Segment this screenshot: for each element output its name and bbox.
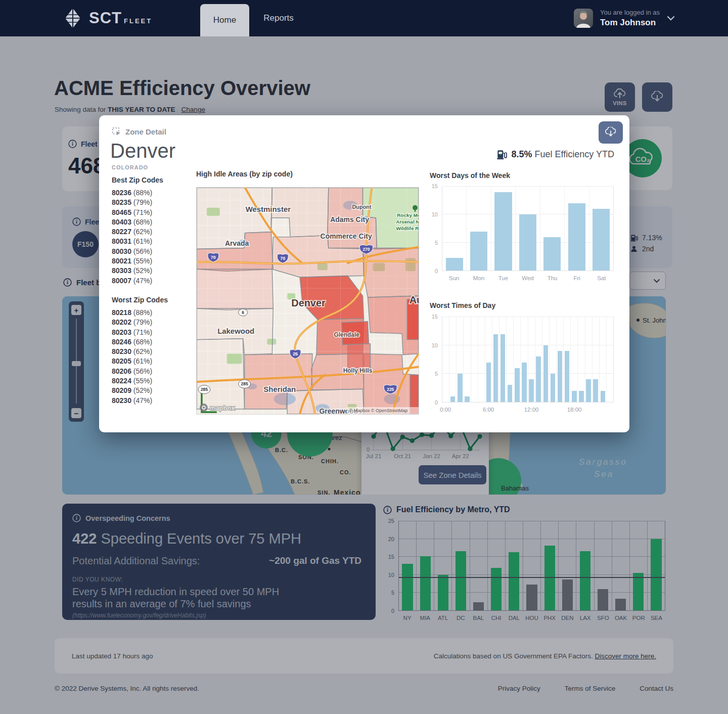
zip-row: 80403 (68%)	[112, 217, 193, 227]
map-label-aurora: Au	[410, 294, 419, 305]
zip-row: 80235 (79%)	[112, 198, 193, 207]
map-label-rocky-2: Arsenal N	[396, 219, 419, 225]
tab-home-label: Home	[213, 15, 236, 25]
map-label-rocky-3: Wildlife R	[396, 226, 419, 231]
map-label-denver: Denver	[291, 297, 326, 308]
zip-row: 80206 (56%)	[112, 367, 193, 376]
worst-times-title: Worst Times of Day	[430, 301, 495, 309]
brand-secondary: FLEET	[124, 17, 152, 25]
zip-row: 80230 (47%)	[112, 396, 193, 406]
chevron-down-icon	[667, 16, 675, 21]
shield-i70b: 70	[280, 256, 285, 261]
worst-days-title: Worst Days of the Week	[430, 171, 510, 180]
user-login-text: You are logged in as	[600, 9, 660, 17]
tab-reports[interactable]: Reports	[256, 0, 301, 36]
sct-diamond-logo-icon	[62, 7, 84, 29]
zip-row: 80227 (62%)	[112, 227, 193, 237]
brand-logo[interactable]: SCTFLEET	[62, 7, 152, 29]
map-label-dupont: Dupont	[352, 204, 372, 210]
user-menu[interactable]: You are logged in as Tom Johnson	[574, 0, 675, 36]
zip-row: 80021 (55%)	[112, 256, 193, 266]
zip-row: 80236 (88%)	[112, 188, 193, 198]
map-label-arvada: Arvada	[225, 239, 249, 247]
best-zip-codes-title: Best Zip Codes	[112, 176, 163, 184]
map-label-sheridan: Sheridan	[263, 385, 296, 393]
zone-city-title: Denver	[110, 140, 175, 162]
zip-row: 80209 (52%)	[112, 386, 193, 395]
best-zip-codes-list: 80236 (88%)80235 (79%)80465 (71%)80403 (…	[112, 188, 193, 286]
worst-zip-codes-title: Worst Zip Codes	[112, 296, 168, 304]
zip-row: 80218 (88%)	[112, 308, 193, 318]
worst-days-chart: 051015SunMonTueWedThuFriSat	[429, 179, 615, 284]
mapbox-logo[interactable]: mapbox	[210, 404, 235, 412]
zone-select-icon	[112, 127, 121, 136]
map-label-adams-city: Adams City	[330, 215, 369, 224]
tab-reports-label: Reports	[263, 13, 294, 23]
map-label-glendale: Glendale	[334, 331, 359, 338]
zip-row: 80230 (62%)	[112, 347, 193, 356]
idle-map-title: High Idle Areas (by zip code)	[196, 170, 293, 178]
modal-download-button[interactable]	[599, 121, 623, 144]
tab-home[interactable]: Home	[200, 4, 249, 36]
zip-row: 80031 (61%)	[112, 237, 193, 246]
map-label-rocky-1: Rocky Mo	[397, 212, 419, 218]
zip-row: 80205 (61%)	[112, 356, 193, 366]
shield-i25: 25	[293, 352, 298, 357]
worst-times-chart: 0510150:006:0012:0018:00	[429, 309, 615, 416]
zip-row: 80030 (56%)	[112, 247, 193, 256]
map-label-westminster: Westminster	[246, 205, 291, 213]
shield-us285: 285	[201, 387, 208, 392]
efficiency-label: Fuel Efficiency YTD	[532, 149, 614, 159]
fuel-efficiency-ytd: 8.5% Fuel Efficiency YTD	[496, 149, 614, 160]
zone-state-label: COLORADO	[112, 164, 148, 170]
shield-us285b: 285	[241, 381, 248, 386]
shield-us6: 6	[242, 310, 244, 315]
user-name: Tom Johnson	[600, 17, 660, 28]
zip-row: 80303 (52%)	[112, 266, 193, 276]
brand-primary: SCT	[89, 9, 122, 27]
zip-row: 80007 (47%)	[112, 276, 193, 286]
map-copyright[interactable]: © Mapbox © OpenStreetMap	[349, 408, 408, 413]
zip-row: 80203 (71%)	[112, 328, 193, 337]
avatar	[574, 9, 593, 28]
cloud-download-icon	[605, 127, 617, 138]
modal-header-label: Zone Detail	[125, 127, 166, 136]
zip-row: 80202 (79%)	[112, 318, 193, 327]
high-idle-areas-map[interactable]: 70 70 270 25 225 285 285 6 Westminster A…	[196, 187, 419, 415]
map-label-commerce-city: Commerce City	[321, 232, 372, 240]
shield-i225: 225	[387, 387, 394, 392]
navbar: SCTFLEET Home Reports You are logged in …	[0, 0, 728, 36]
map-label-holly-hills: Holly Hills	[343, 367, 373, 374]
zip-row: 80465 (71%)	[112, 208, 193, 217]
shield-i270: 270	[362, 247, 370, 252]
worst-zip-codes-list: 80218 (88%)80202 (79%)80203 (71%)80246 (…	[112, 308, 193, 406]
zone-detail-modal: Zone Detail Denver COLORADO Best Zip Cod…	[99, 115, 629, 432]
fuel-pump-icon	[496, 149, 507, 160]
map-label-lakewood: Lakewood	[217, 327, 254, 335]
efficiency-value: 8.5%	[512, 149, 532, 159]
shield-i70: 70	[211, 255, 216, 260]
zip-row: 80246 (68%)	[112, 337, 193, 347]
zip-row: 80224 (55%)	[112, 376, 193, 386]
